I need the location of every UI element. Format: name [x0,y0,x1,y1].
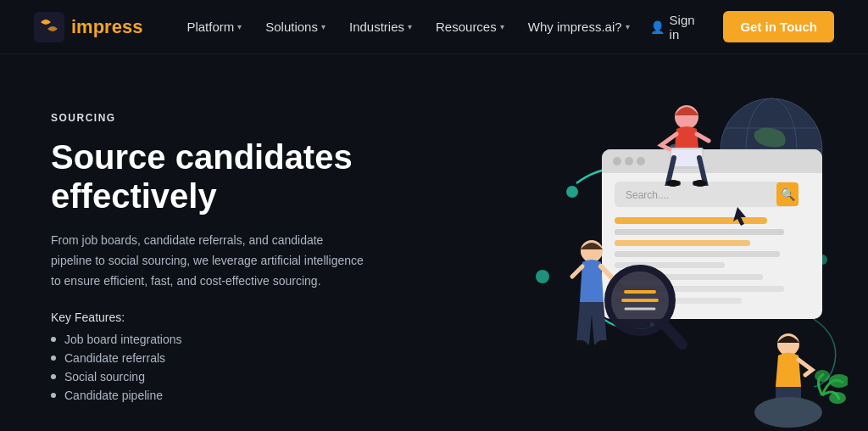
features-list: Job board integrations Candidate referra… [51,333,407,402]
user-icon: 👤 [650,20,665,34]
bullet-icon [51,393,56,398]
nav-links: Platform ▾ Solutions ▾ Industries ▾ Reso… [176,13,639,41]
svg-text:🔍: 🔍 [781,188,796,202]
chevron-down-icon: ▾ [321,22,326,31]
brand-name: impress [71,16,142,38]
svg-point-18 [637,157,645,165]
svg-point-48 [829,392,846,404]
svg-point-34 [666,180,680,187]
hero-title: Source candidates effectively [51,137,407,216]
chevron-down-icon: ▾ [237,22,242,31]
svg-point-46 [754,397,822,428]
svg-rect-24 [615,229,784,235]
hero-description: From job boards, candidate referrals, an… [51,231,364,291]
bullet-icon [51,374,56,379]
sourcing-label: SOURCING [51,112,407,124]
logo[interactable]: impress [34,12,142,42]
nav-why[interactable]: Why impress.ai? ▾ [518,13,640,41]
svg-point-38 [596,340,611,349]
svg-rect-23 [615,217,767,224]
svg-point-17 [625,157,633,165]
svg-text:Search....: Search.... [626,189,669,201]
key-features-label: Key Features: [51,311,407,324]
bullet-icon [51,355,56,361]
svg-point-35 [693,180,707,187]
svg-rect-15 [602,161,822,173]
illustration-svg: Search.... 🔍 [407,73,848,431]
svg-rect-26 [615,251,780,257]
svg-rect-0 [34,12,64,42]
chevron-down-icon: ▾ [500,22,504,31]
list-item: Job board integrations [51,333,407,346]
svg-point-8 [566,186,578,198]
svg-point-47 [829,374,848,388]
chevron-down-icon: ▾ [626,22,630,31]
svg-point-10 [536,270,549,283]
nav-right: 👤 Sign in Get in Touch [640,6,834,48]
chevron-down-icon: ▾ [408,22,412,31]
svg-point-16 [613,157,621,165]
nav-resources[interactable]: Resources ▾ [426,13,515,41]
list-item: Candidate referrals [51,351,407,365]
svg-rect-25 [615,240,750,246]
hero-section: SOURCING Source candidates effectively F… [0,54,868,431]
nav-platform[interactable]: Platform ▾ [176,13,252,41]
svg-point-37 [572,340,587,349]
svg-line-40 [663,323,682,344]
logo-icon [34,12,64,42]
get-in-touch-button[interactable]: Get in Touch [723,11,834,42]
nav-industries[interactable]: Industries ▾ [339,13,422,41]
list-item: Candidate pipeline [51,389,407,402]
list-item: Social sourcing [51,370,407,383]
hero-illustration: Search.... 🔍 [407,88,848,431]
svg-point-49 [815,370,830,382]
nav-solutions[interactable]: Solutions ▾ [255,13,336,41]
bullet-icon [51,337,56,342]
sign-in-button[interactable]: 👤 Sign in [640,6,710,48]
hero-content: SOURCING Source candidates effectively F… [51,112,407,406]
navbar: impress Platform ▾ Solutions ▾ Industrie… [0,0,868,54]
